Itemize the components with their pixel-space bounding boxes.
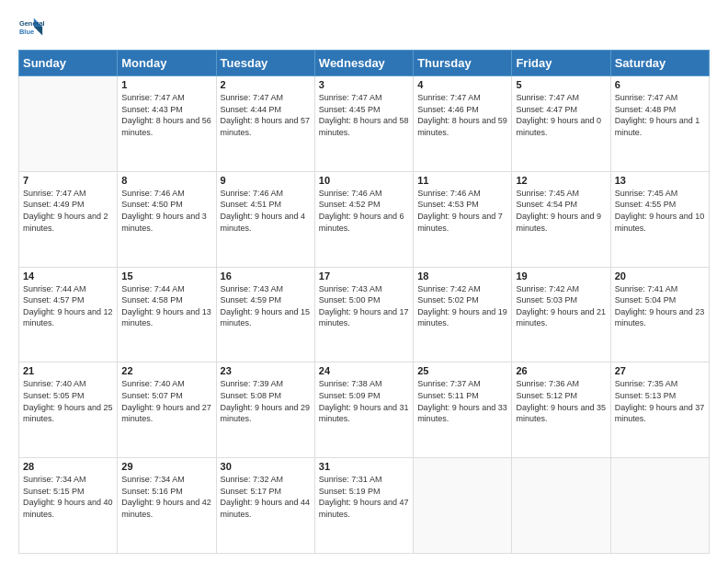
day-info: Sunrise: 7:40 AMSunset: 5:07 PMDaylight:… (121, 378, 211, 424)
day-info: Sunrise: 7:35 AMSunset: 5:13 PMDaylight:… (615, 378, 705, 424)
calendar-cell: 9Sunrise: 7:46 AMSunset: 4:51 PMDaylight… (216, 171, 314, 267)
calendar-weekday-tuesday: Tuesday (216, 51, 314, 76)
day-info: Sunrise: 7:43 AMSunset: 4:59 PMDaylight:… (221, 283, 311, 329)
day-info: Sunrise: 7:47 AMSunset: 4:45 PMDaylight:… (319, 92, 409, 138)
day-info: Sunrise: 7:42 AMSunset: 5:02 PMDaylight:… (417, 283, 507, 329)
day-number: 9 (221, 175, 311, 186)
day-number: 2 (221, 79, 311, 90)
calendar-cell: 25Sunrise: 7:37 AMSunset: 5:11 PMDayligh… (414, 362, 512, 458)
day-number: 28 (23, 461, 113, 472)
calendar-cell: 17Sunrise: 7:43 AMSunset: 5:00 PMDayligh… (314, 267, 413, 362)
day-number: 27 (615, 365, 705, 376)
day-number: 10 (319, 175, 409, 186)
calendar-cell: 19Sunrise: 7:42 AMSunset: 5:03 PMDayligh… (512, 267, 610, 362)
day-number: 17 (319, 270, 409, 282)
day-info: Sunrise: 7:44 AMSunset: 4:58 PMDaylight:… (121, 283, 211, 329)
day-info: Sunrise: 7:37 AMSunset: 5:11 PMDaylight:… (417, 378, 507, 424)
calendar-week-row: 21Sunrise: 7:40 AMSunset: 5:05 PMDayligh… (19, 362, 710, 458)
day-number: 24 (319, 365, 409, 376)
day-number: 8 (121, 175, 211, 186)
day-number: 23 (221, 365, 311, 376)
calendar-cell: 20Sunrise: 7:41 AMSunset: 5:04 PMDayligh… (610, 267, 709, 362)
calendar-week-row: 1Sunrise: 7:47 AMSunset: 4:43 PMDaylight… (19, 76, 710, 172)
calendar-cell: 18Sunrise: 7:42 AMSunset: 5:02 PMDayligh… (414, 267, 512, 362)
calendar-cell: 4Sunrise: 7:47 AMSunset: 4:46 PMDaylight… (414, 76, 512, 172)
day-info: Sunrise: 7:34 AMSunset: 5:15 PMDaylight:… (23, 474, 113, 520)
day-number: 18 (417, 270, 507, 282)
calendar-cell (610, 458, 709, 554)
calendar-cell: 3Sunrise: 7:47 AMSunset: 4:45 PMDaylight… (314, 76, 413, 172)
calendar-cell: 22Sunrise: 7:40 AMSunset: 5:07 PMDayligh… (118, 362, 216, 458)
calendar-cell (19, 76, 118, 172)
day-info: Sunrise: 7:43 AMSunset: 5:00 PMDaylight:… (319, 283, 409, 329)
calendar-cell: 8Sunrise: 7:46 AMSunset: 4:50 PMDaylight… (118, 171, 216, 267)
day-number: 1 (121, 79, 211, 90)
day-number: 14 (23, 270, 113, 282)
calendar-cell: 12Sunrise: 7:45 AMSunset: 4:54 PMDayligh… (512, 171, 610, 267)
day-number: 4 (417, 79, 507, 90)
day-info: Sunrise: 7:44 AMSunset: 4:57 PMDaylight:… (23, 283, 113, 329)
calendar-weekday-friday: Friday (512, 51, 610, 76)
day-number: 22 (121, 365, 211, 376)
header: General Blue (18, 15, 710, 40)
svg-text:Blue: Blue (19, 28, 34, 36)
calendar-cell: 5Sunrise: 7:47 AMSunset: 4:47 PMDaylight… (512, 76, 610, 172)
calendar-week-row: 28Sunrise: 7:34 AMSunset: 5:15 PMDayligh… (19, 458, 710, 554)
day-number: 5 (516, 79, 606, 90)
logo: General Blue (18, 15, 44, 40)
calendar-weekday-saturday: Saturday (610, 51, 709, 76)
day-info: Sunrise: 7:40 AMSunset: 5:05 PMDaylight:… (23, 378, 113, 424)
calendar-cell: 21Sunrise: 7:40 AMSunset: 5:05 PMDayligh… (19, 362, 118, 458)
day-info: Sunrise: 7:46 AMSunset: 4:51 PMDaylight:… (221, 188, 311, 234)
calendar-table: SundayMondayTuesdayWednesdayThursdayFrid… (18, 50, 710, 554)
day-info: Sunrise: 7:47 AMSunset: 4:44 PMDaylight:… (221, 92, 311, 138)
calendar-cell (512, 458, 610, 554)
day-number: 7 (23, 175, 113, 186)
calendar-weekday-monday: Monday (118, 51, 216, 76)
day-info: Sunrise: 7:45 AMSunset: 4:54 PMDaylight:… (516, 188, 606, 234)
day-info: Sunrise: 7:46 AMSunset: 4:50 PMDaylight:… (121, 188, 211, 234)
calendar-cell: 30Sunrise: 7:32 AMSunset: 5:17 PMDayligh… (216, 458, 314, 554)
day-info: Sunrise: 7:47 AMSunset: 4:49 PMDaylight:… (23, 188, 113, 234)
day-number: 13 (615, 175, 705, 186)
day-number: 6 (615, 79, 705, 90)
day-number: 26 (516, 365, 606, 376)
calendar-cell: 24Sunrise: 7:38 AMSunset: 5:09 PMDayligh… (314, 362, 413, 458)
calendar-cell: 31Sunrise: 7:31 AMSunset: 5:19 PMDayligh… (314, 458, 413, 554)
day-info: Sunrise: 7:41 AMSunset: 5:04 PMDaylight:… (615, 283, 705, 329)
calendar-cell: 16Sunrise: 7:43 AMSunset: 4:59 PMDayligh… (216, 267, 314, 362)
calendar-cell: 10Sunrise: 7:46 AMSunset: 4:52 PMDayligh… (314, 171, 413, 267)
calendar-week-row: 7Sunrise: 7:47 AMSunset: 4:49 PMDaylight… (19, 171, 710, 267)
calendar-cell: 7Sunrise: 7:47 AMSunset: 4:49 PMDaylight… (19, 171, 118, 267)
day-number: 12 (516, 175, 606, 186)
day-info: Sunrise: 7:36 AMSunset: 5:12 PMDaylight:… (516, 378, 606, 424)
calendar-weekday-sunday: Sunday (19, 51, 118, 76)
day-info: Sunrise: 7:46 AMSunset: 4:52 PMDaylight:… (319, 188, 409, 234)
svg-text:General: General (19, 19, 44, 28)
calendar-weekday-wednesday: Wednesday (314, 51, 413, 76)
calendar-cell: 1Sunrise: 7:47 AMSunset: 4:43 PMDaylight… (118, 76, 216, 172)
calendar-cell: 23Sunrise: 7:39 AMSunset: 5:08 PMDayligh… (216, 362, 314, 458)
day-number: 16 (221, 270, 311, 282)
calendar-cell: 27Sunrise: 7:35 AMSunset: 5:13 PMDayligh… (610, 362, 709, 458)
day-info: Sunrise: 7:42 AMSunset: 5:03 PMDaylight:… (516, 283, 606, 329)
day-number: 11 (417, 175, 507, 186)
day-info: Sunrise: 7:32 AMSunset: 5:17 PMDaylight:… (221, 474, 311, 520)
calendar-header-row: SundayMondayTuesdayWednesdayThursdayFrid… (19, 51, 710, 76)
day-info: Sunrise: 7:45 AMSunset: 4:55 PMDaylight:… (615, 188, 705, 234)
day-number: 15 (121, 270, 211, 282)
day-info: Sunrise: 7:46 AMSunset: 4:53 PMDaylight:… (417, 188, 507, 234)
day-number: 20 (615, 270, 705, 282)
logo-icon: General Blue (18, 15, 44, 40)
day-info: Sunrise: 7:47 AMSunset: 4:46 PMDaylight:… (417, 92, 507, 138)
day-info: Sunrise: 7:47 AMSunset: 4:48 PMDaylight:… (615, 92, 705, 138)
calendar-weekday-thursday: Thursday (414, 51, 512, 76)
day-number: 19 (516, 270, 606, 282)
calendar-cell: 2Sunrise: 7:47 AMSunset: 4:44 PMDaylight… (216, 76, 314, 172)
day-number: 21 (23, 365, 113, 376)
calendar-cell (414, 458, 512, 554)
day-number: 30 (221, 461, 311, 472)
day-info: Sunrise: 7:47 AMSunset: 4:43 PMDaylight:… (121, 92, 211, 138)
page: General Blue SundayMondayTuesdayWednesda… (0, 0, 728, 563)
day-info: Sunrise: 7:47 AMSunset: 4:47 PMDaylight:… (516, 92, 606, 138)
